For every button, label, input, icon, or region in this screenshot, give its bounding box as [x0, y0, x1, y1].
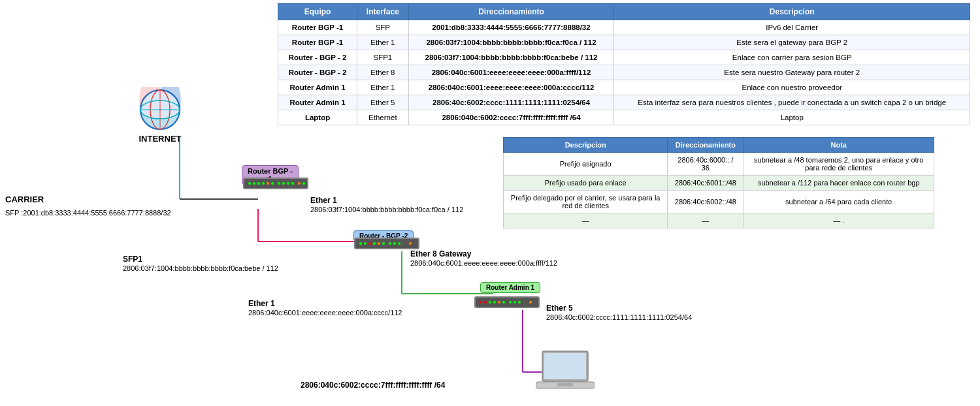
sec-cell-2-2: subnetear a /64 para cada cliente [743, 191, 934, 213]
table-cell-6-2: 2806:040c:6002:cccc:7fff:ffff:ffff:ffff … [408, 110, 614, 125]
table-cell-3-2: 2806:040c:6001:eeee:eeee:eeee:000a:ffff/… [408, 65, 614, 80]
table-cell-5-2: 2806:40c:6002:cccc:1111:1111:1111:0254/6… [408, 95, 614, 110]
bgp2-ether8-label: Ether 8 Gateway 2806:040c:6001:eeee:eeee… [410, 249, 557, 268]
table-cell-2-3: Enlace con carrier para sesion BGP [614, 50, 970, 65]
bgp1-ether1-label: Ether 1 2806:03f7:1004:bbbb:bbbb:bbbb:f0… [310, 196, 463, 214]
table-cell-3-3: Este sera nuestro Gateway para router 2 [614, 65, 970, 80]
svg-point-27 [302, 182, 305, 185]
col-header-direccionamiento: Direccionamiento [408, 4, 614, 20]
secondary-table: Descripcion Direccionamiento Nota Prefij… [503, 137, 934, 228]
table-cell-4-1: Ether 1 [357, 80, 408, 95]
svg-point-50 [518, 301, 521, 304]
carrier-label: CARRIER [5, 195, 44, 204]
internet-label: INTERNET [134, 134, 186, 144]
col-header-equipo: Equipo [278, 4, 357, 20]
table-cell-0-3: IPv6 del Carrier [614, 20, 970, 35]
table-row: Router - BGP - 2Ether 82806:040c:6001:ee… [278, 65, 970, 80]
table-cell-5-3: Esta interfaz sera para nuestros cliente… [614, 95, 970, 110]
svg-rect-55 [557, 383, 573, 386]
svg-point-31 [364, 242, 367, 245]
svg-point-16 [248, 182, 251, 185]
table-cell-3-1: Ether 8 [357, 65, 408, 80]
sec-table-row: Prefijo asignado2806:40c:6000:: / 36subn… [504, 153, 934, 176]
svg-point-30 [359, 242, 362, 245]
table-cell-5-1: Ether 5 [357, 95, 408, 110]
svg-point-36 [389, 242, 391, 245]
svg-point-46 [498, 301, 500, 304]
svg-point-18 [257, 182, 260, 185]
svg-point-26 [298, 182, 301, 185]
sec-cell-1-1: 2806:40c:6001::/48 [668, 176, 743, 191]
svg-point-45 [493, 301, 496, 304]
table-cell-6-0: Laptop [278, 110, 357, 125]
table-cell-4-3: Enlace con nuestro proveedor [614, 80, 970, 95]
router-admin1-label: Router Admin 1 [486, 284, 534, 291]
router-bgp1-device [243, 175, 308, 195]
svg-point-48 [509, 301, 512, 304]
table-cell-1-0: Router BGP -1 [278, 35, 357, 50]
router-admin1-box: Router Admin 1 [480, 282, 540, 293]
svg-rect-53 [544, 353, 586, 379]
sec-cell-3-2: — . [743, 213, 934, 228]
sec-cell-2-0: Prefijo delegado por el carrier, se usar… [504, 191, 668, 213]
svg-point-20 [267, 182, 269, 185]
sec-table-row: ——— . [504, 213, 934, 228]
laptop-icon [536, 348, 595, 396]
sec-table-row: Prefijo usado para enlace2806:40c:6001::… [504, 176, 934, 191]
table-cell-0-2: 2001:db8:3333:4444:5555:6666:7777:8888/3… [408, 20, 614, 35]
sec-cell-0-0: Prefijo asignado [504, 153, 668, 176]
table-cell-6-3: Laptop [614, 110, 970, 125]
svg-point-35 [382, 242, 385, 245]
svg-point-24 [287, 182, 289, 185]
bgp2-sfp1-label: SFP1 2806:03f7:1004:bbbb:bbbb:bbbb:f0ca:… [123, 255, 278, 273]
col-header-interface: Interface [357, 4, 408, 20]
sec-col-header-nota: Nota [743, 138, 934, 153]
table-row: Router BGP -1SFP2001:db8:3333:4444:5555:… [278, 20, 970, 35]
table-cell-2-0: Router - BGP - 2 [278, 50, 357, 65]
svg-point-32 [368, 242, 371, 245]
sec-col-header-descripcion: Descripcion [504, 138, 668, 153]
carrier-text: CARRIER SFP :2001:db8:3333:4444:5555:666… [5, 193, 171, 219]
globe-icon [134, 87, 186, 133]
table-cell-6-1: Ethernet [357, 110, 408, 125]
svg-point-33 [373, 242, 376, 245]
svg-point-51 [529, 301, 532, 304]
table-cell-4-2: 2806:040c:6001:eeee:eeee:eeee:000a:cccc/… [408, 80, 614, 95]
svg-point-19 [262, 182, 265, 185]
internet-globe: INTERNET [134, 87, 186, 144]
svg-point-21 [271, 182, 274, 185]
admin1-ether1-label: Ether 1 2806:040c:6001:eeee:eeee:eeee:00… [248, 299, 402, 317]
admin1-ether5-label: Ether 5 2806:40c:6002:cccc:1111:1111:111… [546, 304, 692, 322]
laptop-addr: 2806:040c:6002:cccc:7fff:ffff:ffff:ffff … [301, 381, 445, 390]
carrier-sfp: SFP :2001:db8:3333:4444:5555:6666:7777:8… [5, 209, 171, 217]
sec-cell-0-2: subnetear a /48 tomaremos 2, uno para en… [743, 153, 934, 176]
svg-point-38 [398, 242, 400, 245]
sec-cell-3-0: — [504, 213, 668, 228]
svg-point-42 [480, 301, 482, 304]
svg-point-17 [253, 182, 255, 185]
svg-point-25 [291, 182, 294, 185]
router-admin1-device [474, 294, 540, 314]
table-cell-2-2: 2806:03f7:1004:bbbb:bbbb:bbbb:f0ca:bebe … [408, 50, 614, 65]
sec-col-header-direccionamiento: Direccionamiento [668, 138, 743, 153]
main-table: Equipo Interface Direccionamiento Descri… [278, 3, 970, 125]
table-row: Router BGP -1Ether 12806:03f7:1004:bbbb:… [278, 35, 970, 50]
col-header-descripcion: Descripcion [614, 4, 970, 20]
sec-cell-0-1: 2806:40c:6000:: / 36 [668, 153, 743, 176]
table-row: Router - BGP - 2SFP12806:03f7:1004:bbbb:… [278, 50, 970, 65]
svg-point-23 [282, 182, 285, 185]
svg-point-22 [278, 182, 280, 185]
svg-point-34 [378, 242, 380, 245]
table-cell-0-0: Router BGP -1 [278, 20, 357, 35]
router-bgp2-device [354, 235, 419, 255]
svg-point-39 [409, 242, 412, 245]
table-row: LaptopEthernet2806:040c:6002:cccc:7fff:f… [278, 110, 970, 125]
sec-table-row: Prefijo delegado por el carrier, se usar… [504, 191, 934, 213]
table-cell-3-0: Router - BGP - 2 [278, 65, 357, 80]
table-cell-1-2: 2806:03f7:1004:bbbb:bbbb:bbbb:f0ca:f0ca … [408, 35, 614, 50]
svg-point-44 [489, 301, 491, 304]
table-cell-1-1: Ether 1 [357, 35, 408, 50]
table-cell-4-0: Router Admin 1 [278, 80, 357, 95]
svg-point-37 [393, 242, 396, 245]
table-row: Router Admin 1Ether 12806:040c:6001:eeee… [278, 80, 970, 95]
